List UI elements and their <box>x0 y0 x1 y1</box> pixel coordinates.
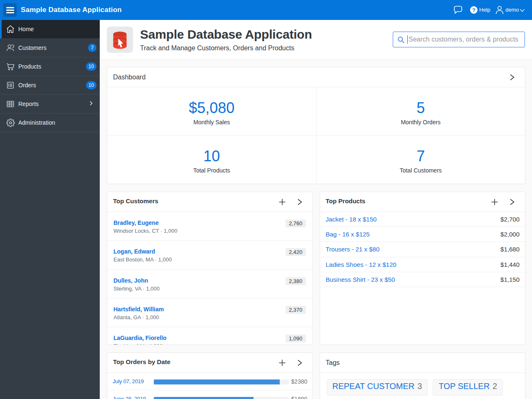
svg-text:?: ? <box>472 7 475 13</box>
